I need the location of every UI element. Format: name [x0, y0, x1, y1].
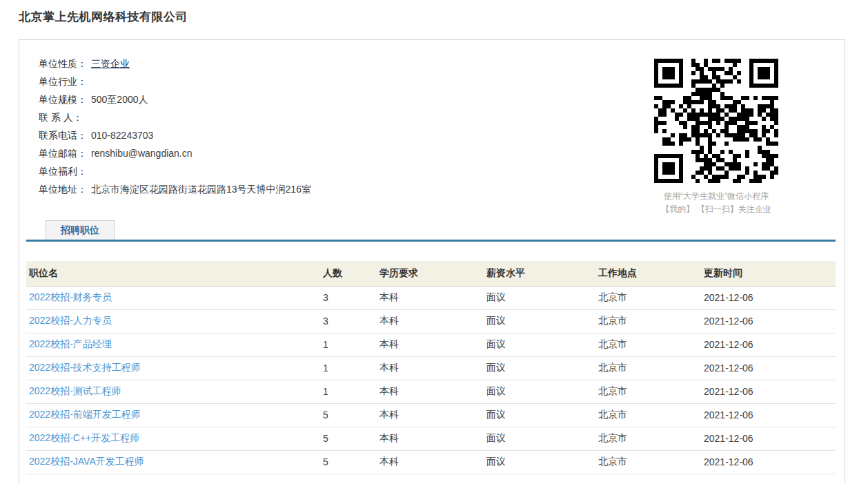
- job-table-header-row: 职位名 人数 学历要求 薪资水平 工作地点 更新时间: [26, 261, 836, 286]
- job-cell: 面议: [484, 333, 595, 356]
- job-cell: 北京市: [595, 309, 701, 333]
- qr-caption-line2: 【我的】 【扫一扫】关注企业: [633, 203, 799, 216]
- page-title: 北京掌上先机网络科技有限公司: [19, 9, 188, 25]
- job-title-link[interactable]: 2022校招-人力专员: [29, 315, 112, 326]
- info-label: 单位邮箱：: [39, 148, 87, 159]
- job-row: 2022校招-财务专员3本科面议北京市2021-12-06: [26, 286, 836, 309]
- job-cell: 北京市: [595, 356, 701, 380]
- job-title-link[interactable]: 2022校招-JAVA开发工程师: [29, 456, 144, 467]
- job-cell: 5: [320, 403, 377, 427]
- job-table-header: 职位名 人数 学历要求 薪资水平 工作地点 更新时间: [26, 261, 836, 286]
- job-row: 2022校招-测试工程师1本科面议北京市2021-12-06: [26, 380, 836, 403]
- info-label: 单位行业：: [39, 76, 87, 87]
- info-label: 单位地址：: [39, 184, 87, 195]
- column-header-education: 学历要求: [377, 261, 484, 286]
- qr-code: [654, 59, 778, 183]
- job-cell: 面议: [484, 427, 595, 450]
- job-row: 2022校招-C++开发工程师5本科面议北京市2021-12-06: [26, 427, 836, 450]
- job-title-link[interactable]: 2022校招-财务专员: [29, 291, 112, 302]
- job-cell: 北京市: [595, 450, 701, 474]
- job-cell: 2021-12-06: [701, 450, 836, 474]
- job-cell: 5: [320, 450, 377, 474]
- job-table-container: 职位名 人数 学历要求 薪资水平 工作地点 更新时间 2022校招-财务专员3本…: [26, 261, 836, 474]
- job-cell: 本科: [377, 427, 484, 450]
- job-cell: 北京市: [595, 380, 701, 403]
- job-row: 2022校招-人力专员3本科面议北京市2021-12-06: [26, 309, 836, 333]
- job-cell: 本科: [377, 309, 484, 333]
- info-label: 单位福利：: [39, 166, 87, 177]
- job-cell: 面议: [484, 403, 595, 427]
- job-title-cell: 2022校招-财务专员: [26, 286, 320, 309]
- job-cell: 面议: [484, 450, 595, 474]
- info-label: 单位规模：: [39, 94, 87, 105]
- info-label: 联系电话：: [39, 130, 87, 141]
- job-title-cell: 2022校招-C++开发工程师: [26, 427, 320, 450]
- company-nature-link[interactable]: 三资企业: [91, 58, 130, 69]
- job-cell: 2021-12-06: [701, 333, 836, 356]
- job-table-body: 2022校招-财务专员3本科面议北京市2021-12-062022校招-人力专员…: [26, 286, 836, 474]
- job-cell: 面议: [484, 356, 595, 380]
- column-header-updated: 更新时间: [701, 261, 836, 286]
- job-cell: 2021-12-06: [701, 309, 836, 333]
- job-cell: 2021-12-06: [701, 356, 836, 380]
- info-value: 010-82243703: [91, 130, 153, 141]
- job-row: 2022校招-技术支持工程师1本科面议北京市2021-12-06: [26, 356, 836, 380]
- info-value: renshibu@wangdian.cn: [91, 148, 193, 159]
- job-title-link[interactable]: 2022校招-前端开发工程师: [29, 409, 141, 420]
- job-cell: 面议: [484, 309, 595, 333]
- job-title-cell: 2022校招-JAVA开发工程师: [26, 450, 320, 474]
- company-info-section: 单位性质：三资企业单位行业：单位规模：500至2000人联 系 人：联系电话：0…: [19, 40, 845, 198]
- job-title-cell: 2022校招-前端开发工程师: [26, 403, 320, 427]
- job-row: 2022校招-产品经理1本科面议北京市2021-12-06: [26, 333, 836, 356]
- job-cell: 北京市: [595, 427, 701, 450]
- job-title-cell: 2022校招-测试工程师: [26, 380, 320, 403]
- job-title-link[interactable]: 2022校招-技术支持工程师: [29, 362, 141, 373]
- column-header-headcount: 人数: [320, 261, 377, 286]
- qr-caption: 使用“大学生就业”微信小程序 【我的】 【扫一扫】关注企业: [633, 190, 799, 216]
- column-header-job-title: 职位名: [26, 261, 320, 286]
- job-cell: 1: [320, 356, 377, 380]
- job-cell: 面议: [484, 380, 595, 403]
- job-cell: 本科: [377, 333, 484, 356]
- job-row: 2022校招-前端开发工程师5本科面议北京市2021-12-06: [26, 403, 836, 427]
- qr-block: 使用“大学生就业”微信小程序 【我的】 【扫一扫】关注企业: [633, 59, 799, 216]
- job-row: 2022校招-JAVA开发工程师5本科面议北京市2021-12-06: [26, 450, 836, 474]
- job-cell: 北京市: [595, 333, 701, 356]
- qr-caption-line1: 使用“大学生就业”微信小程序: [633, 190, 799, 203]
- job-table: 职位名 人数 学历要求 薪资水平 工作地点 更新时间 2022校招-财务专员3本…: [26, 261, 836, 474]
- job-title-cell: 2022校招-技术支持工程师: [26, 356, 320, 380]
- job-title-link[interactable]: 2022校招-产品经理: [29, 338, 112, 349]
- job-cell: 2021-12-06: [701, 403, 836, 427]
- job-title-cell: 2022校招-产品经理: [26, 333, 320, 356]
- info-value: 500至2000人: [91, 94, 148, 105]
- job-cell: 3: [320, 309, 377, 333]
- info-label: 联 系 人：: [39, 112, 83, 123]
- tab-recruitment-positions[interactable]: 招聘职位: [46, 220, 115, 240]
- job-cell: 2021-12-06: [701, 380, 836, 403]
- job-cell: 1: [320, 333, 377, 356]
- job-cell: 面议: [484, 286, 595, 309]
- column-header-location: 工作地点: [595, 261, 701, 286]
- job-cell: 5: [320, 427, 377, 450]
- job-cell: 本科: [377, 450, 484, 474]
- job-cell: 本科: [377, 403, 484, 427]
- job-cell: 本科: [377, 286, 484, 309]
- company-detail-page: 北京掌上先机网络科技有限公司 单位性质：三资企业单位行业：单位规模：500至20…: [0, 0, 868, 484]
- job-cell: 北京市: [595, 403, 701, 427]
- company-detail-panel: 单位性质：三资企业单位行业：单位规模：500至2000人联 系 人：联系电话：0…: [19, 39, 845, 484]
- job-title-link[interactable]: 2022校招-测试工程师: [29, 385, 121, 396]
- job-cell: 3: [320, 286, 377, 309]
- job-cell: 2021-12-06: [701, 286, 836, 309]
- job-cell: 1: [320, 380, 377, 403]
- job-cell: 2021-12-06: [701, 427, 836, 450]
- job-cell: 北京市: [595, 286, 701, 309]
- info-label: 单位性质：: [39, 58, 87, 69]
- job-title-link[interactable]: 2022校招-C++开发工程师: [29, 432, 139, 443]
- job-cell: 本科: [377, 380, 484, 403]
- job-title-cell: 2022校招-人力专员: [26, 309, 320, 333]
- column-header-salary: 薪资水平: [484, 261, 595, 286]
- job-cell: 本科: [377, 356, 484, 380]
- tab-bar: 招聘职位: [26, 220, 836, 242]
- info-value: 北京市海淀区花园路街道花园路13号天博中润216室: [91, 184, 311, 195]
